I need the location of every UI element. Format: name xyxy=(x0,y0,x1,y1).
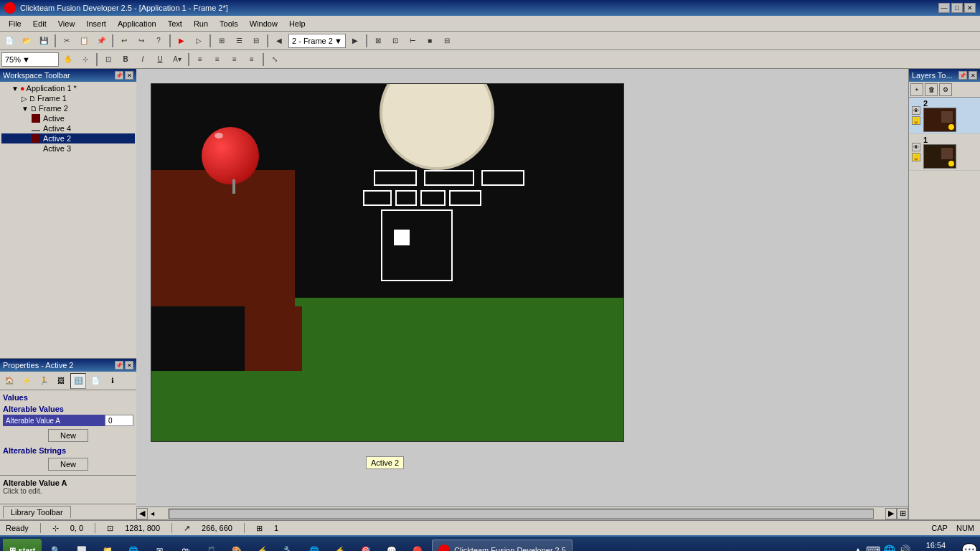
justify-btn[interactable]: ≡ xyxy=(244,52,260,67)
menu-tools[interactable]: Tools xyxy=(214,18,244,29)
copy-btn[interactable]: 📋 xyxy=(76,33,92,49)
taskbar-paint[interactable]: 🎨 xyxy=(225,539,248,551)
tray-volume[interactable]: 🔊 xyxy=(898,545,910,551)
underline-btn[interactable]: U xyxy=(152,52,168,67)
stop-btn[interactable]: ■ xyxy=(422,33,438,49)
menu-help[interactable]: Help xyxy=(283,18,311,29)
new-btn[interactable]: 📄 xyxy=(1,33,17,49)
save-btn[interactable]: 💾 xyxy=(36,33,52,49)
taskbar-misc6[interactable]: 💬 xyxy=(380,539,403,551)
resize-btn[interactable]: ⤡ xyxy=(267,52,283,67)
tree-item-active2[interactable]: Active 2 xyxy=(1,133,135,143)
color-btn[interactable]: A▾ xyxy=(169,52,185,67)
layers-close-btn[interactable]: ✕ xyxy=(969,71,977,80)
active-app-button[interactable]: Clickteam Fusion Developer 2.5 xyxy=(432,540,573,551)
frame-nav-prev[interactable]: ◀ xyxy=(271,33,287,49)
open-btn[interactable]: 📂 xyxy=(19,33,34,49)
menu-edit[interactable]: Edit xyxy=(27,18,52,29)
frame-nav-next[interactable]: ▶ xyxy=(347,33,363,49)
layer-settings-btn[interactable]: ⚙ xyxy=(939,83,952,96)
taskbar-misc1[interactable]: ⚡ xyxy=(251,539,274,551)
align-center-btn[interactable]: ≡ xyxy=(209,52,225,67)
props-tab-props[interactable]: 🏠 xyxy=(1,373,17,389)
hscroll-track[interactable] xyxy=(169,509,874,519)
taskbar-time-block[interactable]: 16:54 11.01.2020 xyxy=(916,540,956,551)
align-left-btn[interactable]: ≡ xyxy=(192,52,208,67)
taskbar-notify[interactable]: 💬 xyxy=(961,542,977,551)
tree-item-application[interactable]: ▼ ● Application 1 * xyxy=(1,83,135,93)
scroll-left-btn[interactable]: ◀ xyxy=(136,508,148,519)
select-tool[interactable]: ⊹ xyxy=(77,52,93,67)
layer-1-item[interactable]: 👁 🔒 1 xyxy=(909,134,980,171)
step-btn[interactable]: ▷ xyxy=(191,33,207,49)
props-tab-strings[interactable]: 📄 xyxy=(88,373,103,389)
data-elements-btn[interactable]: ⊟ xyxy=(248,33,264,49)
taskbar-media[interactable]: 🎵 xyxy=(199,539,222,551)
align-right-btn[interactable]: ≡ xyxy=(227,52,242,67)
props-tab-movement[interactable]: 🏃 xyxy=(36,373,52,389)
new-string-button[interactable]: New xyxy=(48,458,88,471)
taskbar-explorer[interactable]: 📁 xyxy=(96,539,119,551)
tray-keyboard[interactable]: ⌨ xyxy=(866,545,880,551)
library-tab[interactable]: Library Toolbar xyxy=(3,506,71,518)
menu-application[interactable]: Application xyxy=(112,18,162,29)
menu-window[interactable]: Window xyxy=(244,18,283,29)
props-pin-btn[interactable]: 📌 xyxy=(115,361,123,369)
layers-pin-btn[interactable]: 📌 xyxy=(958,71,967,80)
tree-item-active[interactable]: Active xyxy=(1,113,135,123)
frame-selector[interactable]: 2 - Frame 2 ▼ xyxy=(288,34,346,48)
play-btn[interactable]: ▶ xyxy=(174,33,189,49)
start-button[interactable]: ⊞ start xyxy=(3,539,42,551)
props-tab-values[interactable]: 🔢 xyxy=(70,373,86,389)
layer-2-vis-btn[interactable]: 👁 xyxy=(912,106,920,115)
canvas-scroll-container[interactable]: Active 2 xyxy=(136,69,908,507)
menu-run[interactable]: Run xyxy=(188,18,214,29)
tree-item-active4[interactable]: Active 4 xyxy=(1,123,135,133)
tray-up-arrow[interactable]: ▲ xyxy=(853,545,863,551)
tray-network[interactable]: 🌐 xyxy=(883,545,895,551)
menu-file[interactable]: File xyxy=(3,18,27,29)
frame-editor-btn[interactable]: ⊞ xyxy=(214,33,230,49)
tree-item-frame1[interactable]: ▷ 🗋 Frame 1 xyxy=(1,93,135,103)
taskbar-misc3[interactable]: 🌐 xyxy=(303,539,326,551)
maximize-button[interactable]: □ xyxy=(951,3,963,13)
taskbar-misc7[interactable]: 🔴 xyxy=(406,539,429,551)
cut-btn[interactable]: ✂ xyxy=(59,33,75,49)
undo-btn[interactable]: ↩ xyxy=(116,33,132,49)
event-editor-btn[interactable]: ☰ xyxy=(231,33,247,49)
props-tab-display[interactable]: 🖼 xyxy=(53,373,69,389)
taskbar-ie[interactable]: 🌐 xyxy=(122,539,145,551)
tree-item-frame2[interactable]: ▼ 🗋 Frame 2 xyxy=(1,103,135,113)
layer-1-lock-btn[interactable]: 🔒 xyxy=(912,153,920,161)
workspace-close-btn[interactable]: ✕ xyxy=(125,71,133,80)
tree-item-active3[interactable]: Active 3 xyxy=(1,143,135,154)
layer-1-vis-btn[interactable]: 👁 xyxy=(912,143,920,151)
menu-view[interactable]: View xyxy=(52,18,81,29)
alterable-value-a-input[interactable] xyxy=(105,415,133,426)
taskbar-misc4[interactable]: ⚡ xyxy=(329,539,352,551)
help-btn[interactable]: ? xyxy=(151,33,166,49)
workspace-pin-btn[interactable]: 📌 xyxy=(115,71,123,80)
props-tab-about[interactable]: ℹ xyxy=(105,373,121,389)
export-btn[interactable]: ⊟ xyxy=(439,33,455,49)
layer-2-lock-btn[interactable]: 🔒 xyxy=(912,116,920,125)
nav-btn2[interactable]: ⊡ xyxy=(387,33,403,49)
nav-btn1[interactable]: ⊠ xyxy=(370,33,386,49)
hand-tool[interactable]: ✋ xyxy=(60,52,76,67)
bold-btn[interactable]: B xyxy=(118,52,133,67)
props-close-btn[interactable]: ✕ xyxy=(125,361,133,369)
select-frame-btn[interactable]: ⊡ xyxy=(100,52,116,67)
scroll-right-btn[interactable]: ▶ xyxy=(885,508,897,519)
menu-text[interactable]: Text xyxy=(162,18,188,29)
italic-btn[interactable]: I xyxy=(135,52,151,67)
taskbar-misc2[interactable]: 🔧 xyxy=(277,539,300,551)
taskbar-email[interactable]: ✉ xyxy=(148,539,171,551)
props-tab-events[interactable]: ⚡ xyxy=(19,373,34,389)
minimize-button[interactable]: — xyxy=(938,3,950,13)
close-button[interactable]: ✕ xyxy=(964,3,976,13)
taskbar-search[interactable]: 🔍 xyxy=(44,539,67,551)
taskbar-store[interactable]: 🛍 xyxy=(174,539,197,551)
zoom-selector[interactable]: 75% ▼ xyxy=(1,52,59,67)
new-value-button[interactable]: New xyxy=(48,429,88,442)
taskbar-misc5[interactable]: 🎯 xyxy=(354,539,377,551)
